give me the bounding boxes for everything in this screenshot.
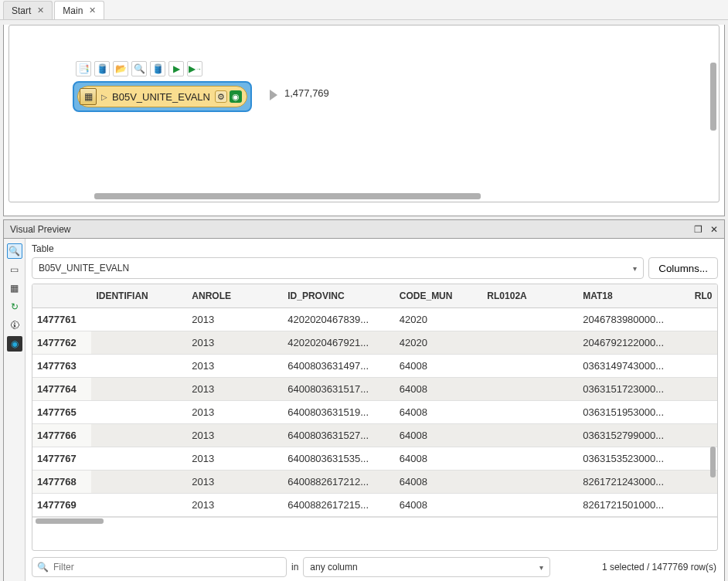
vertical-scrollbar[interactable] [710,63,716,131]
header-rownum[interactable] [32,284,91,307]
node-label: B05V_UNITE_EVALN [112,91,210,103]
restore-icon[interactable]: ❐ [694,224,702,235]
info-icon[interactable]: 🛈 [7,318,22,333]
table-row[interactable]: 147776620136400803631527...6400803631527… [32,423,717,447]
preview-icon[interactable]: ◉ [230,90,242,103]
filter-column-value: any column [310,562,357,573]
cell-identifian [91,307,187,331]
filter-input-wrapper[interactable]: 🔍 [32,557,287,577]
horizontal-scrollbar[interactable] [94,193,481,199]
run-from-icon[interactable]: ▶→ [187,61,202,76]
cell-mat18: 8261721243000... [578,470,690,493]
close-icon[interactable]: ✕ [89,5,96,15]
vertical-scrollbar[interactable] [710,447,716,477]
cell-identifian [91,354,187,377]
cell-anrole: 2013 [187,354,283,377]
header-rl0[interactable]: RL0 [690,284,717,307]
dataset-name: B05V_UNITE_EVALN [39,263,129,274]
cell-mat18: 2046783980000... [578,307,690,331]
horizontal-scrollbar[interactable] [32,517,717,525]
inspect-icon[interactable]: 🔍 [131,61,147,76]
columns-button[interactable]: Columns... [648,257,718,279]
cell-rl0102a [482,354,578,377]
table-row[interactable]: 147776220134202020467921...4202020467921… [32,331,717,354]
gear-icon[interactable]: ⚙ [215,90,227,103]
table-outline-icon[interactable]: ▭ [7,262,22,277]
cell-id-provinc: 6400882617212... [283,470,395,493]
cell-mat18: 0363149743000... [578,354,690,377]
cell-code-mun: 42020 [395,331,483,354]
cell-code-mun: 64008 [395,493,483,516]
cell-rl0 [690,377,717,400]
table-panel: Table B05V_UNITE_EVALN ▾ Columns... IDEN… [26,239,724,581]
grid-icon[interactable]: ▦ [7,280,22,296]
table-row[interactable]: 147776120134202020467839...4202020467839… [32,307,717,331]
refresh-icon[interactable]: ↻ [7,299,22,314]
folder-open-icon[interactable]: 📂 [113,61,128,76]
cell-code-mun: 64008 [395,423,483,447]
header-id-provinc[interactable]: ID_PROVINC [283,284,395,307]
cell-code-mun: 42020 [395,307,483,331]
side-tool-strip: 🔍 ▭ ▦ ↻ 🛈 ◉ [4,239,26,581]
expand-icon[interactable]: ▷ [101,93,107,101]
header-rl0102a[interactable]: RL0102A [482,284,578,307]
workflow-canvas[interactable]: 📑 🛢️ 📂 🔍 🛢️ ▶ ▶→ ▦ ▷ B05V_UNITE_EVALN ⚙ … [9,25,719,202]
cell-identifian [91,493,187,516]
visual-preview-titlebar: Visual Preview ❐ ✕ [3,219,725,238]
record-icon[interactable]: ◉ [7,336,22,352]
cell-rownum: 1477769 [32,493,91,516]
cell-mat18: 0363151723000... [578,377,690,400]
table-row[interactable]: 147776720136400803631535...6400803631535… [32,447,717,470]
table-heading: Table [32,243,718,254]
reader-node[interactable]: ▦ ▷ B05V_UNITE_EVALN ⚙ ◉ 1,477,769 [73,81,252,112]
table-row[interactable]: 147776920136400882617215...6400882617215… [32,493,717,516]
header-identifian[interactable]: IDENTIFIAN [91,284,187,307]
cell-rl0 [690,354,717,377]
cell-identifian [91,331,187,354]
cell-mat18: 2046792122000... [578,331,690,354]
cell-id-provinc: 4202020467921... [283,331,395,354]
transformer-icon[interactable]: 📑 [76,61,91,76]
cell-rl0102a [482,307,578,331]
header-code-mun[interactable]: CODE_MUN [395,284,483,307]
table-row[interactable]: 147776820136400882617212...6400882617212… [32,470,717,493]
cell-rl0 [690,423,717,447]
cell-mat18: 8261721501000... [578,493,690,516]
cell-anrole: 2013 [187,423,283,447]
node-row-count: 1,477,769 [284,87,329,99]
database-add-icon[interactable]: 🛢️ [94,61,110,76]
database-icon[interactable]: 🛢️ [150,61,165,76]
tab-start[interactable]: Start ✕ [3,1,53,19]
table-row[interactable]: 147776320136400803631497...6400803631497… [32,354,717,377]
cell-id-provinc: 6400803631519... [283,400,395,423]
cell-anrole: 2013 [187,400,283,423]
cell-rownum: 1477761 [32,307,91,331]
data-table: IDENTIFIAN ANROLE ID_PROVINC CODE_MUN RL… [32,284,717,517]
cell-anrole: 2013 [187,331,283,354]
tab-main[interactable]: Main ✕ [54,1,104,19]
header-mat18[interactable]: MAT18 [578,284,690,307]
table-row[interactable]: 147776520136400803631519...6400803631519… [32,400,717,423]
search-icon: 🔍 [37,562,49,573]
tab-label: Start [12,5,31,16]
dataset-dropdown[interactable]: B05V_UNITE_EVALN ▾ [32,257,644,279]
filter-input[interactable] [53,562,281,573]
run-icon[interactable]: ▶ [168,61,184,76]
cell-rl0 [690,493,717,516]
cell-rownum: 1477766 [32,423,91,447]
cell-anrole: 2013 [187,307,283,331]
header-anrole[interactable]: ANROLE [187,284,283,307]
cell-identifian [91,377,187,400]
filter-column-dropdown[interactable]: any column ▾ [303,557,550,577]
cell-rownum: 1477763 [32,354,91,377]
close-icon[interactable]: ✕ [37,5,44,15]
node-toolbar: 📑 🛢️ 📂 🔍 🛢️ ▶ ▶→ [76,61,202,76]
table-row[interactable]: 147776420136400803631517...6400803631517… [32,377,717,400]
cell-identifian [91,447,187,470]
chevron-down-icon: ▾ [633,264,637,273]
inspect-icon[interactable]: 🔍 [7,243,22,259]
close-icon[interactable]: ✕ [710,224,718,235]
cell-identifian [91,400,187,423]
panel-title: Visual Preview [10,224,70,235]
cell-code-mun: 64008 [395,377,483,400]
